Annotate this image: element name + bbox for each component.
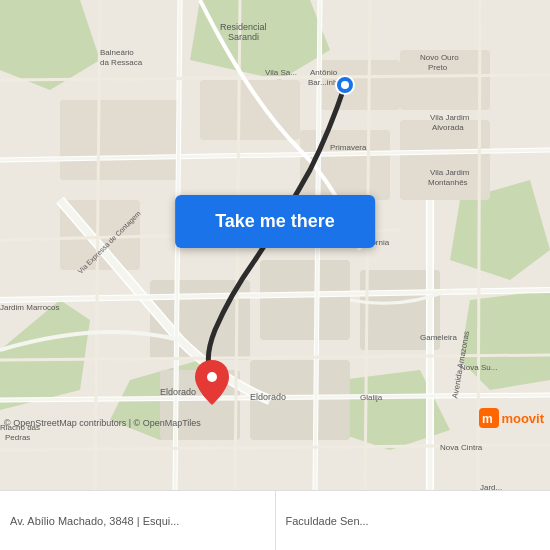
svg-rect-13 [400, 120, 490, 200]
svg-text:Jard...: Jard... [480, 483, 502, 490]
svg-text:da Ressaca: da Ressaca [100, 58, 143, 67]
svg-text:Glalija: Glalija [360, 393, 383, 402]
svg-point-50 [341, 81, 349, 89]
svg-text:Nova Cintra: Nova Cintra [440, 443, 483, 452]
svg-text:Novo Ouro: Novo Ouro [420, 53, 459, 62]
destination-label: Faculdade Sen... [286, 515, 541, 527]
svg-point-52 [207, 372, 217, 382]
moovit-brand-text: moovit [501, 411, 544, 426]
svg-text:Gameleira: Gameleira [420, 333, 457, 342]
destination-section[interactable]: Faculdade Sen... [276, 491, 551, 550]
svg-text:Vila Jardim: Vila Jardim [430, 113, 470, 122]
origin-section[interactable]: Av. Abílio Machado, 3848 | Esqui... [0, 491, 276, 550]
svg-text:Nova Su...: Nova Su... [460, 363, 497, 372]
svg-text:Vila Sa...: Vila Sa... [265, 68, 297, 77]
svg-rect-17 [260, 260, 350, 340]
bottom-bar: Av. Abílio Machado, 3848 | Esqui... Facu… [0, 490, 550, 550]
origin-label: Av. Abílio Machado, 3848 | Esqui... [10, 515, 265, 527]
svg-text:Antônio: Antônio [310, 68, 338, 77]
svg-text:Balneário: Balneário [100, 48, 134, 57]
svg-rect-9 [60, 100, 180, 180]
svg-text:Eldorado: Eldorado [250, 392, 286, 402]
svg-text:Jardim Marrocos: Jardim Marrocos [0, 303, 60, 312]
svg-text:m: m [482, 412, 493, 426]
moovit-icon: m [479, 408, 499, 428]
svg-text:Primavera: Primavera [330, 143, 367, 152]
svg-text:Residencial: Residencial [220, 22, 267, 32]
take-me-there-button[interactable]: Take me there [175, 195, 375, 248]
svg-text:Eldorado: Eldorado [160, 387, 196, 397]
svg-text:Vila Jardim: Vila Jardim [430, 168, 470, 177]
svg-text:Pedras: Pedras [5, 433, 30, 442]
svg-text:Sarandi: Sarandi [228, 32, 259, 42]
svg-text:Alvorada: Alvorada [432, 123, 464, 132]
map-container: Residencial Sarandi Balneário da Ressaca… [0, 0, 550, 490]
moovit-logo: m moovit [479, 408, 544, 428]
map-attribution: © OpenStreetMap contributors | © OpenMap… [4, 418, 201, 428]
svg-text:Preto: Preto [428, 63, 448, 72]
svg-text:Montanhês: Montanhês [428, 178, 468, 187]
